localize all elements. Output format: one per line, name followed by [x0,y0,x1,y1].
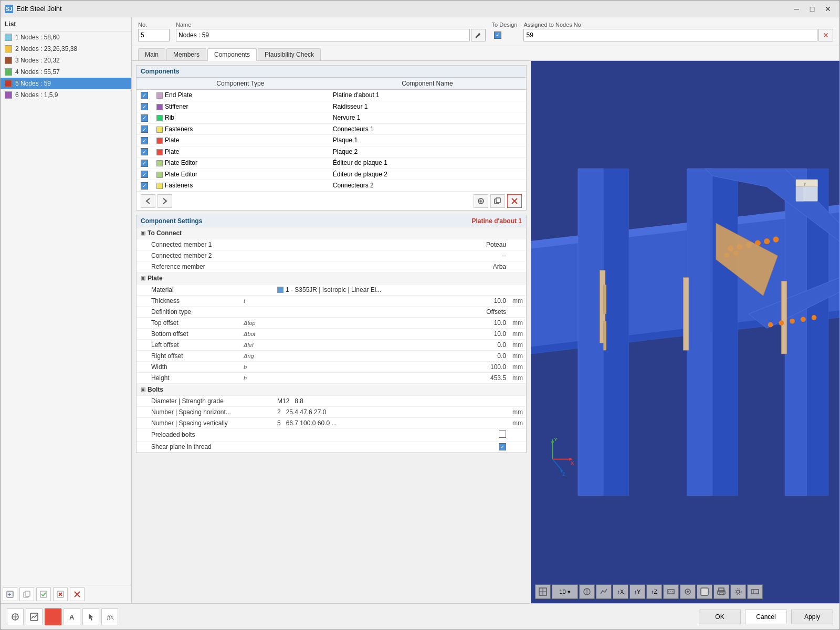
prop-row: Material 1 - S355JR | Isotropic | Linear… [136,285,526,296]
row-checkbox[interactable]: ✓ [141,125,148,133]
group-plate[interactable]: ▣ Plate [136,272,526,285]
list-item[interactable]: 6 Nodes : 1,5,9 [1,89,131,101]
tab-members[interactable]: Members [166,48,206,60]
list-item[interactable]: 3 Nodes : 20,32 [1,55,131,66]
table-row[interactable]: ✓ Plate Plaque 2 [136,146,526,158]
minimize-button[interactable]: ─ [789,3,804,15]
move-right-button[interactable] [158,194,172,208]
prop-value: 100.0 [273,362,510,372]
prop-symbol [242,445,273,448]
text-tool-button[interactable]: A [64,608,80,625]
row-checkbox[interactable]: ✓ [141,171,148,178]
view-zoom-button[interactable]: 10 ▾ [552,584,578,599]
list-item[interactable]: 1 Nodes : 58,60 [1,32,131,43]
type-color [156,138,163,144]
to-design-checkbox[interactable]: ✓ [494,32,501,39]
preloaded-checkbox[interactable] [499,430,506,438]
assigned-label: Assigned to Nodes No. [523,22,833,28]
delete-component-button[interactable] [507,194,522,208]
duplicate-component-button[interactable] [490,194,505,208]
list-item[interactable]: 2 Nodes : 23,26,35,38 [1,43,131,55]
close-button[interactable]: ✕ [821,3,835,15]
cancel-button[interactable]: Cancel [745,610,787,624]
table-row[interactable]: ✓ Rib Nervure 1 [136,112,526,124]
prop-symbol [242,411,273,414]
ok-button[interactable]: OK [699,610,741,624]
group-bolts[interactable]: ▣ Bolts [136,384,526,396]
row-checkbox[interactable]: ✓ [141,114,148,122]
tab-plausibility[interactable]: Plausibility Check [258,48,321,60]
group-to-connect[interactable]: ▣ To Connect [136,227,526,239]
view-btn-8[interactable] [663,584,679,599]
apply-button[interactable]: Apply [791,610,833,624]
assigned-input[interactable] [523,29,817,41]
view-btn-6[interactable]: ↑Y [629,584,645,599]
type-color [156,115,163,121]
cursor-tool-button[interactable] [82,608,99,625]
add-item-button[interactable]: + [3,587,17,601]
prop-row: Top offset Δtop 10.0 mm [136,318,526,329]
results-tool-button[interactable] [26,608,43,625]
view-btn-1[interactable] [535,584,551,599]
tab-components[interactable]: Components [207,48,257,61]
no-input[interactable] [138,29,170,41]
table-row[interactable]: ✓ Fasteners Connecteurs 2 [136,180,526,192]
group-label: To Connect [148,229,182,237]
move-left-button[interactable] [141,194,155,208]
top-form: No. Name To Design ✓ [132,17,839,46]
clear-assigned-button[interactable]: ✕ [818,29,833,41]
item-label: 1 Nodes : 58,60 [15,34,60,41]
svg-point-46 [768,322,773,328]
prop-symbol: Δbot [242,329,273,339]
svg-rect-7 [40,591,47,597]
view-settings-button[interactable] [730,584,746,599]
select-tool-button[interactable] [7,608,24,625]
comp-name: Platine d'about 1 [329,90,526,101]
row-checkbox[interactable]: ✓ [141,182,148,190]
table-row[interactable]: ✓ Plate Plaque 1 [136,135,526,146]
shear-plane-checkbox[interactable]: ✓ [499,443,506,450]
view-btn-4[interactable] [596,584,612,599]
copy-item-button[interactable] [19,587,34,601]
table-row[interactable]: ✓ End Plate Platine d'about 1 [136,90,526,101]
view-btn-10[interactable] [697,584,712,599]
prop-unit [510,433,526,436]
prop-symbol: Δrig [242,351,273,361]
check-all-button[interactable] [36,587,51,601]
list-item-selected[interactable]: 5 Nodes : 59 [1,78,131,89]
view-btn-7[interactable]: ↑Z [646,584,662,599]
svg-text:A: A [69,613,75,621]
uncheck-all-button[interactable] [53,587,68,601]
function-tool-button[interactable]: f(x) [101,608,118,625]
svg-text:Z: Z [562,471,565,477]
delete-item-button[interactable] [70,587,85,601]
type-color [156,127,163,133]
table-row[interactable]: ✓ Stiffener Raidisseur 1 [136,101,526,112]
row-checkbox[interactable]: ✓ [141,103,148,110]
maximize-button[interactable]: □ [805,3,820,15]
3d-viewport[interactable]: y Y X [531,61,839,603]
list-item[interactable]: 4 Nodes : 55,57 [1,66,131,78]
edit-name-button[interactable] [471,29,486,41]
view-btn-3[interactable] [579,584,595,599]
prop-unit [510,400,526,403]
tab-main[interactable]: Main [138,48,165,60]
left-content: Components Component Type Component Name [132,61,531,603]
row-checkbox[interactable]: ✓ [141,160,148,167]
red-indicator-button[interactable] [45,608,61,625]
row-checkbox[interactable]: ✓ [141,137,148,144]
view-btn-9[interactable] [680,584,696,599]
add-component-button[interactable] [474,194,488,208]
table-row[interactable]: ✓ Fasteners Connecteurs 1 [136,123,526,135]
prop-name: Right offset [136,351,242,361]
view-print-button[interactable] [713,584,729,599]
view-btn-last[interactable] [747,584,763,599]
prop-symbol [242,422,273,425]
table-row[interactable]: ✓ Plate Editor Éditeur de plaque 1 [136,158,526,169]
view-btn-5[interactable]: ↑X [613,584,628,599]
type-label: Plate [165,148,179,155]
row-checkbox[interactable]: ✓ [141,148,148,155]
name-input[interactable] [176,29,470,41]
row-checkbox[interactable]: ✓ [141,92,148,99]
table-row[interactable]: ✓ Plate Editor Éditeur de plaque 2 [136,169,526,180]
